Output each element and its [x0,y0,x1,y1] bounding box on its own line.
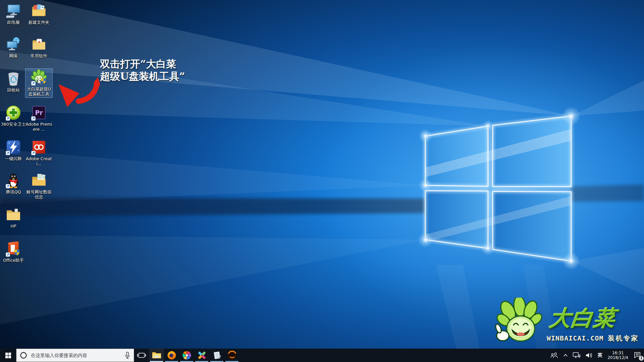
qq-penguin-icon [5,172,21,188]
file-explorer-icon [152,351,161,359]
lightning-app-icon [5,139,21,155]
folder-documents-icon [31,172,47,188]
annotation-line-1: 双击打开“大白菜 [100,58,185,70]
taskbar-app-notepad[interactable] [209,349,224,362]
annotation-line-2: 超级U盘装机工具” [100,70,185,82]
windows-logo-icon [5,353,11,358]
office-assistant-icon [5,241,21,257]
action-center-button[interactable]: 1 [631,349,644,362]
desktop-icon-office-assistant[interactable]: Office助手 [0,240,27,264]
desktop-icon-lightning-app[interactable]: 一键闪释 [0,138,27,162]
red-arrow [54,74,104,113]
search-input[interactable] [30,352,121,358]
desktop-icon-label: 大白菜超级U盘装机工具 [25,86,52,97]
system-tray: 英 16:31 2018/12/4 1 [548,349,644,362]
creative-cloud-icon [31,139,47,155]
windows10-hero-wallpaper [0,0,644,349]
this-pc-icon [5,3,21,19]
tray-time: 16:31 [612,351,624,355]
premiere-icon: Pr [31,105,47,121]
volume-button[interactable] [583,349,595,362]
orange-face-app-icon [227,351,237,360]
desktop-icon-label: Adobe Premiere ... [25,122,52,132]
cabbage-mascot-icon [493,298,548,348]
desktop-icon-label: 网络 [0,53,27,58]
desktop-icon-label: 账号网址数据信息 [25,189,52,199]
brand-logo-text: 大白菜 [548,304,642,333]
dabaicai-watermark: 大白菜 WINBAICAI.COM 装机专家 [493,298,644,348]
desktop-icon-label: 新建文件夹 [25,20,52,25]
chevron-up-icon [563,354,568,357]
shortcut-arrow-badge [31,116,36,121]
shortcut-arrow-badge [31,151,36,155]
desktop-icon-dabaicai-usb-tool[interactable]: 大白菜超级U盘装机工具 [25,69,52,98]
360-safe-icon [5,105,21,121]
desktop-icon-label: 常用软件 [25,53,52,58]
folder-card-icon [31,36,47,52]
desktop-icon-label: 此电脑 [0,20,27,25]
desktop-icon-adobe-creative-cloud[interactable]: Adobe Creati... [25,138,52,167]
network-icon [5,36,21,52]
desktop-icon-adobe-premiere[interactable]: Pr Adobe Premiere ... [25,104,52,133]
svg-text:Pr: Pr [35,109,43,116]
recycle-bin-icon [5,70,21,86]
desktop-icon-network[interactable]: 网络 [0,36,27,59]
brand-tagline: 装机专家 [608,334,639,342]
folder-icon [5,206,21,223]
desktop-icon-tencent-qq[interactable]: 腾讯QQ [0,172,27,195]
task-view-icon [137,352,146,359]
ethernet-network-icon [573,352,581,359]
desktop-icon-label: Adobe Creati... [25,156,52,166]
desktop-icon-recycle-bin[interactable]: 回收站 [0,70,27,94]
notepad-app-icon [213,351,221,360]
shortcut-arrow-badge [6,184,10,188]
cortana-ring-icon [20,352,27,359]
people-icon [550,352,558,358]
taskbar-search-box[interactable] [16,349,134,362]
four-petal-app-icon [197,351,207,360]
uac-shield-icon [14,249,19,255]
taskbar: 英 16:31 2018/12/4 1 [0,349,644,362]
task-view-button[interactable] [134,349,149,362]
windows-desktop: 此电脑 网络 [0,0,644,362]
brand-site: WINBAICAI.COM [547,334,604,342]
desktop-icon-this-pc[interactable]: 此电脑 [0,2,27,26]
ime-language-button[interactable]: 英 [595,349,604,362]
taskbar-app-firefox[interactable] [164,349,179,362]
shortcut-arrow-badge [31,81,36,85]
taskbar-app-file-explorer[interactable] [149,349,164,362]
folder-pictures-icon [31,3,47,19]
microphone-icon[interactable] [124,352,130,359]
taskbar-app-four-petal[interactable] [194,349,209,362]
desktop-icon-label: Office助手 [0,258,27,263]
shortcut-arrow-badge [6,116,10,121]
firefox-icon [167,351,176,360]
tray-date: 2018/12/4 [607,355,628,360]
desktop-icon-account-data[interactable]: 账号网址数据信息 [25,172,52,200]
shortcut-arrow-badge [6,151,10,155]
color-wheel-app-icon [182,351,192,360]
network-tray-button[interactable] [570,349,583,362]
desktop-icon-common-software[interactable]: 常用软件 [25,36,52,59]
speaker-icon [585,352,593,358]
start-button[interactable] [0,349,16,362]
taskbar-app-color-wheel[interactable] [179,349,194,362]
desktop-icon-label: 360安全卫士 [0,122,27,127]
desktop-icon-label: 回收站 [0,87,27,93]
shortcut-arrow-badge [6,252,10,257]
desktop-icon-label: 一键闪释 [0,156,27,161]
show-hidden-icons-button[interactable] [561,349,570,362]
desktop-icon-hp-folder[interactable]: HP [0,206,27,230]
dabaicai-cabbage-icon [31,69,47,85]
uac-shield-icon [41,78,46,84]
desktop-icon-360-safe[interactable]: 360安全卫士 [0,104,27,128]
annotation-text: 双击打开“大白菜 超级U盘装机工具” [100,58,185,82]
taskbar-app-orange-face[interactable] [224,349,239,362]
notification-badge: 1 [639,356,644,361]
people-button[interactable] [548,349,561,362]
desktop-icon-label: HP [0,224,27,229]
ime-label: 英 [597,352,602,358]
desktop-icon-new-folder[interactable]: 新建文件夹 [25,2,52,26]
brand-site-line: WINBAICAI.COM 装机专家 [547,334,644,343]
clock-button[interactable]: 16:31 2018/12/4 [604,349,631,362]
